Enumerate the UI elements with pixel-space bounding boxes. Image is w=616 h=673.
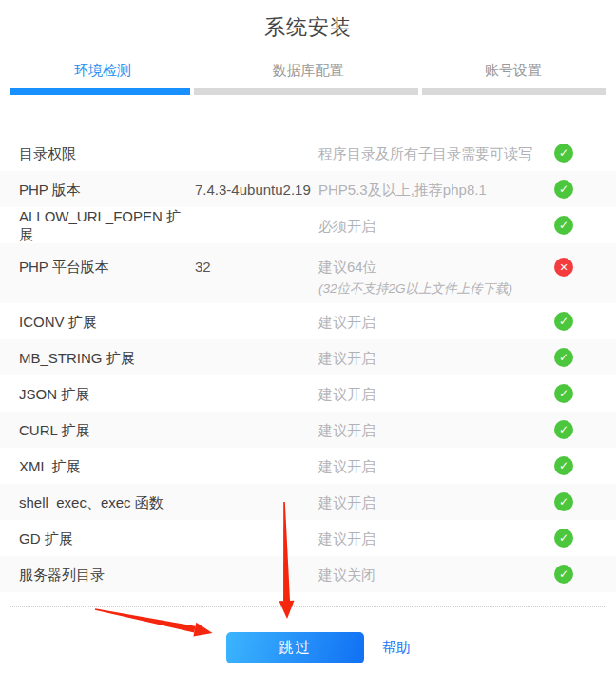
requirement-text: 建议64位 [318,258,554,276]
check-item-name: 服务器列目录 [19,566,195,584]
requirement-text: 建议开启 [318,493,554,511]
check-item-name: JSON 扩展 [19,385,195,403]
environment-check-table: 目录权限 程序目录及所有子目录需要可读写 ✓ PHP 版本 7.4.3-4ubu… [0,135,616,592]
progress-segment-inactive [194,88,418,95]
status-icon-cell: ✓ [554,420,573,439]
step-progress-bar [10,88,606,95]
check-ok-icon: ✓ [554,144,573,163]
check-row: XML 扩展 建议开启 ✓ [0,448,616,484]
check-row: MB_STRING 扩展 建议开启 ✓ [0,339,616,375]
requirement-text: PHP5.3及以上,推荐php8.1 [318,181,554,199]
requirement-text: 建议开启 [318,385,554,403]
check-item-requirement: 建议开启 [318,421,554,439]
check-item-requirement: 程序目录及所有子目录需要可读写 [318,144,554,163]
check-row: shell_exec、exec 函数 建议开启 ✓ [0,484,616,520]
step-tabs: 环境检测 数据库配置 账号设置 [0,61,616,80]
check-row: ALLOW_URL_FOPEN 扩展 必须开启 ✓ [0,207,616,243]
tab-database-config[interactable]: 数据库配置 [205,61,411,80]
check-item-value: 32 [195,258,318,276]
check-ok-icon: ✓ [554,216,573,235]
requirement-text: 建议开启 [318,457,554,475]
check-item-value: 7.4.3-4ubuntu2.19 [195,181,318,199]
check-item-name: 目录权限 [19,144,195,163]
check-item-name: PHP 版本 [19,181,195,199]
check-item-requirement: PHP5.3及以上,推荐php8.1 [318,181,554,199]
status-icon-cell: ✓ [554,312,573,331]
status-icon-cell: ✓ [554,384,573,403]
check-item-requirement: 必须开启 [318,217,554,235]
check-ok-icon: ✓ [554,529,573,548]
check-item-name: GD 扩展 [19,529,195,548]
check-item-requirement: 建议开启 [318,313,554,331]
check-item-name: PHP 平台版本 [19,258,195,276]
check-item-name: CURL 扩展 [19,421,195,439]
check-ok-icon: ✓ [554,492,573,511]
requirement-text: 建议开启 [318,313,554,331]
check-fail-icon: ✕ [554,258,573,277]
check-ok-icon: ✓ [554,384,573,403]
check-ok-icon: ✓ [554,565,573,584]
check-item-requirement: 建议关闭 [318,566,554,584]
check-row: 服务器列目录 建议关闭 ✓ [0,556,616,592]
requirement-text: 必须开启 [318,217,554,235]
status-icon-cell: ✓ [554,216,573,235]
check-row: 目录权限 程序目录及所有子目录需要可读写 ✓ [0,135,616,171]
page-title: 系统安装 [0,0,616,42]
check-item-requirement: 建议开启 [318,493,554,511]
check-item-name: ICONV 扩展 [19,313,195,331]
progress-segment-active [10,88,190,95]
requirement-note: (32位不支持2G以上文件上传下载) [318,280,554,298]
status-icon-cell: ✓ [554,144,573,163]
requirement-text: 程序目录及所有子目录需要可读写 [318,144,554,163]
check-item-requirement: 建议开启 [318,457,554,475]
requirement-text: 建议开启 [318,421,554,439]
check-ok-icon: ✓ [554,456,573,475]
status-icon-cell: ✓ [554,348,573,367]
progress-segment-inactive [422,88,606,95]
footer-actions: 跳过 帮助 [0,607,616,673]
help-link[interactable]: 帮助 [382,639,411,657]
check-row: PHP 平台版本 32 建议64位 (32位不支持2G以上文件上传下载) ✕ [0,243,616,303]
requirement-text: 建议开启 [318,529,554,548]
requirement-text: 建议关闭 [318,566,554,584]
check-row: CURL 扩展 建议开启 ✓ [0,412,616,448]
check-ok-icon: ✓ [554,348,573,367]
check-item-name: ALLOW_URL_FOPEN 扩展 [19,207,195,243]
check-ok-icon: ✓ [554,420,573,439]
status-icon-cell: ✓ [554,492,573,511]
status-icon-cell: ✓ [554,180,573,199]
check-row: JSON 扩展 建议开启 ✓ [0,375,616,412]
tab-account-settings[interactable]: 账号设置 [411,61,616,80]
status-icon-cell: ✕ [554,258,573,277]
check-item-name: shell_exec、exec 函数 [19,493,195,511]
check-row: ICONV 扩展 建议开启 ✓ [0,303,616,339]
skip-button[interactable]: 跳过 [226,632,364,663]
check-row: GD 扩展 建议开启 ✓ [0,520,616,556]
check-ok-icon: ✓ [554,312,573,331]
check-item-requirement: 建议64位 (32位不支持2G以上文件上传下载) [318,258,554,298]
tab-environment-check[interactable]: 环境检测 [0,61,205,80]
status-icon-cell: ✓ [554,456,573,475]
check-ok-icon: ✓ [554,180,573,199]
check-item-name: MB_STRING 扩展 [19,349,195,367]
status-icon-cell: ✓ [554,565,573,584]
check-row: PHP 版本 7.4.3-4ubuntu2.19 PHP5.3及以上,推荐php… [0,171,616,207]
check-item-requirement: 建议开启 [318,529,554,548]
check-item-name: XML 扩展 [19,457,195,475]
requirement-text: 建议开启 [318,349,554,367]
check-item-requirement: 建议开启 [318,385,554,403]
check-item-requirement: 建议开启 [318,349,554,367]
status-icon-cell: ✓ [554,529,573,548]
